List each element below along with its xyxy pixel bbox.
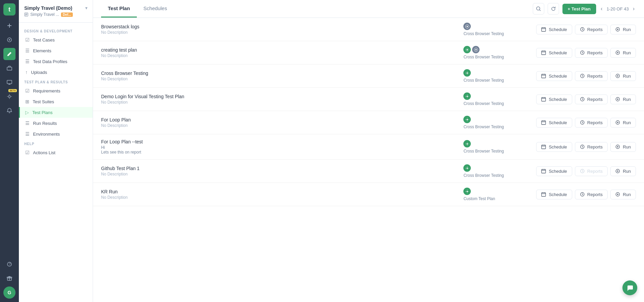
- svg-marker-59: [617, 122, 619, 123]
- row-name: creating test plan: [101, 47, 458, 53]
- run-button[interactable]: Run: [610, 48, 636, 58]
- app-logo[interactable]: t: [3, 3, 16, 16]
- svg-rect-1: [7, 25, 11, 26]
- gear-icon: [463, 188, 471, 195]
- svg-rect-37: [542, 74, 546, 78]
- section-design-dev: Design & Development: [19, 27, 93, 34]
- requirements-icon: ☑: [25, 88, 30, 93]
- svg-point-28: [475, 49, 477, 50]
- row-type: Cross Browser Testing: [463, 116, 531, 129]
- sidebar-item-uploads[interactable]: ↑ Uploads: [19, 67, 93, 78]
- schedule-button[interactable]: Schedule: [536, 48, 572, 58]
- pagination-prev[interactable]: ‹: [600, 4, 604, 13]
- gift-icon-btn[interactable]: [3, 272, 16, 284]
- reports-button[interactable]: Reports: [575, 94, 608, 104]
- reports-button[interactable]: Reports: [575, 71, 608, 81]
- row-type: Cross Browser Testing: [463, 92, 531, 106]
- sidebar-item-requirements[interactable]: ☑ Requirements: [19, 85, 93, 96]
- run-button[interactable]: Run: [610, 142, 636, 152]
- row-actions: Schedule Reports Run: [536, 118, 636, 128]
- add-test-plan-button[interactable]: + Test Plan: [562, 4, 596, 14]
- reports-button[interactable]: Reports: [575, 142, 608, 152]
- schedule-button[interactable]: Schedule: [536, 25, 572, 34]
- row-type-label: Cross Browser Testing: [463, 173, 504, 178]
- table-row: KR Run No Description Custom Test Plan S…: [93, 183, 644, 206]
- uploads-icon: ↑: [25, 70, 28, 75]
- gear-icon: [463, 69, 471, 77]
- main-header: Test Plan Schedules + Test Plan ‹ 1-20 O…: [93, 0, 644, 18]
- project-name[interactable]: Simply Travel (Demo) ▾: [24, 5, 87, 11]
- svg-rect-4: [7, 67, 12, 70]
- row-actions: Schedule Reports Run: [536, 190, 636, 199]
- bell-icon-btn[interactable]: [3, 105, 16, 117]
- row-type: Cross Browser Testing: [463, 23, 531, 36]
- row-name: For Loop Plan --test: [101, 139, 458, 144]
- svg-rect-45: [542, 98, 546, 101]
- row-type-label: Custom Test Plan: [463, 196, 495, 201]
- question-icon-btn[interactable]: ?: [3, 258, 16, 270]
- schedule-button[interactable]: Schedule: [536, 142, 572, 152]
- row-description: No Description: [101, 100, 458, 105]
- schedule-button[interactable]: Schedule: [536, 94, 572, 104]
- run-button[interactable]: Run: [610, 190, 636, 199]
- sidebar-item-test-suites[interactable]: ⊞ Test Suites: [19, 96, 93, 107]
- reports-button[interactable]: Reports: [575, 48, 608, 58]
- browser-icon: [463, 23, 471, 30]
- svg-marker-51: [617, 99, 619, 100]
- row-info: For Loop Plan No Description: [101, 117, 458, 128]
- sidebar-item-environments[interactable]: ☰ Environments: [19, 129, 93, 139]
- svg-marker-43: [617, 75, 619, 77]
- pagination-next[interactable]: ›: [632, 4, 636, 13]
- sidebar-item-actions-list[interactable]: ☑ Actions List: [19, 147, 93, 158]
- sidebar-item-test-data-profiles[interactable]: ☰ Test Data Profiles: [19, 56, 93, 67]
- row-actions: Schedule Reports Run: [536, 94, 636, 104]
- add-icon-btn[interactable]: [3, 20, 16, 32]
- sidebar-item-test-cases[interactable]: ☑ Test Cases: [19, 34, 93, 45]
- svg-point-18: [466, 26, 468, 27]
- integrations-icon-btn[interactable]: [3, 90, 16, 103]
- sidebar-item-elements[interactable]: ☰ Elements: [19, 45, 93, 56]
- svg-point-68: [466, 167, 468, 169]
- icon-bar: t ? G: [0, 0, 19, 302]
- tab-test-plan[interactable]: Test Plan: [101, 0, 137, 18]
- edit-icon-btn[interactable]: [3, 48, 16, 60]
- test-plan-table: Browserstack logs No Description Cross B…: [93, 18, 644, 302]
- run-button[interactable]: Run: [610, 25, 636, 34]
- run-button[interactable]: Run: [610, 166, 636, 176]
- dashboard-icon-btn[interactable]: [3, 34, 16, 46]
- run-button[interactable]: Run: [610, 71, 636, 81]
- run-button[interactable]: Run: [610, 118, 636, 128]
- svg-rect-19: [542, 28, 546, 31]
- row-actions: Schedule Reports Run: [536, 142, 636, 152]
- svg-point-52: [466, 119, 468, 120]
- row-type-label: Cross Browser Testing: [463, 31, 504, 36]
- schedule-button[interactable]: Schedule: [536, 166, 572, 176]
- row-description: No Description: [101, 123, 458, 128]
- reports-button[interactable]: Reports: [575, 25, 608, 34]
- pagination-info: ‹ 1-20 OF 43 ›: [600, 4, 636, 13]
- tab-schedules[interactable]: Schedules: [137, 0, 174, 18]
- briefcase-icon-btn[interactable]: [3, 62, 16, 74]
- sidebar-item-run-results[interactable]: ☰ Run Results: [19, 118, 93, 129]
- svg-marker-67: [617, 146, 619, 148]
- chevron-down-icon[interactable]: ▾: [85, 6, 87, 10]
- svg-marker-35: [617, 52, 619, 54]
- run-button[interactable]: Run: [610, 94, 636, 104]
- test-suites-icon: ⊞: [25, 99, 29, 104]
- reports-button[interactable]: Reports: [575, 190, 608, 199]
- sidebar-item-test-plans[interactable]: ▷ Test Plans: [19, 107, 93, 118]
- schedule-button[interactable]: Schedule: [536, 118, 572, 128]
- chat-bubble[interactable]: [622, 280, 637, 295]
- schedule-button[interactable]: Schedule: [536, 71, 572, 81]
- reports-button[interactable]: Reports: [575, 118, 608, 128]
- svg-point-44: [466, 95, 468, 97]
- refresh-button[interactable]: [548, 3, 559, 15]
- monitor-icon-btn[interactable]: [3, 76, 16, 88]
- row-description: No Description: [101, 195, 458, 200]
- row-info: For Loop Plan --test Hi Lets see this on…: [101, 139, 458, 155]
- row-info: Demo Login for Visual Testing Test Plan …: [101, 94, 458, 105]
- user-avatar[interactable]: G: [3, 286, 16, 299]
- schedule-button[interactable]: Schedule: [536, 190, 572, 199]
- row-actions: Schedule Reports Run: [536, 166, 636, 176]
- search-button[interactable]: [533, 3, 544, 15]
